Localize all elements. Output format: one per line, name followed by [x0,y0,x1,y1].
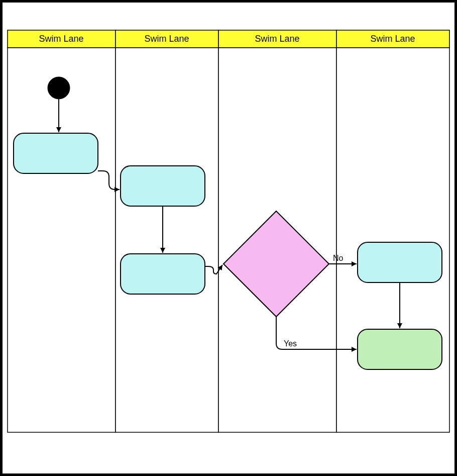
lane-label-3: Swim Lane [255,34,299,44]
activity-d[interactable] [358,242,442,282]
lane-body-2 [116,48,218,432]
lane-label-2: Swim Lane [144,34,189,44]
activity-b[interactable] [121,166,205,206]
start-node[interactable] [48,77,70,99]
lane-body-1 [8,48,116,432]
diagram-frame: Swim Lane Swim Lane Swim Lane Swim Lane [0,0,457,476]
activity-a[interactable] [14,133,98,173]
lane-label-4: Swim Lane [370,34,415,44]
activity-c[interactable] [121,254,205,294]
lanes: Swim Lane Swim Lane Swim Lane Swim Lane [8,30,449,432]
edge-label-no: No [333,254,344,262]
lane-body-4 [336,48,449,432]
swimlane-diagram: Swim Lane Swim Lane Swim Lane Swim Lane [3,3,454,473]
activity-e[interactable] [358,329,442,369]
edge-label-yes: Yes [284,339,297,348]
lane-label-1: Swim Lane [39,34,83,44]
